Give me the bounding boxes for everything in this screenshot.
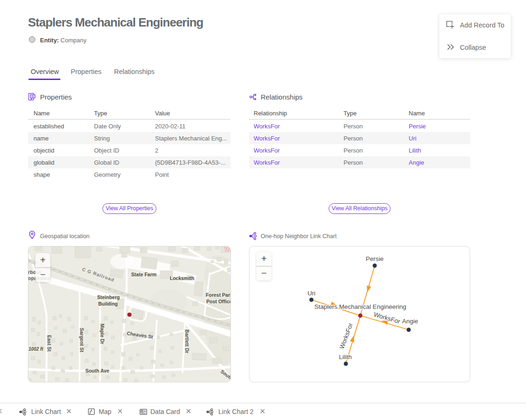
- svg-text:Forest Park: Forest Park: [206, 292, 230, 298]
- svg-text:Locksmith: Locksmith: [170, 275, 195, 281]
- svg-text:Bartlett Dr: Bartlett Dr: [184, 329, 190, 353]
- svg-text:1002 ft: 1002 ft: [28, 347, 43, 352]
- svg-text:Lilith: Lilith: [339, 353, 352, 360]
- svg-text:Post Office: Post Office: [206, 299, 230, 304]
- svg-text:Persie: Persie: [366, 255, 384, 262]
- svg-text:Uri: Uri: [307, 290, 315, 297]
- svg-text:Angie: Angie: [402, 318, 418, 325]
- svg-text:State Farm: State Farm: [131, 272, 156, 277]
- svg-text:Maple Dr: Maple Dr: [100, 324, 105, 344]
- svg-text:South Ave: South Ave: [85, 368, 109, 373]
- svg-text:Sargent St: Sargent St: [79, 328, 85, 353]
- svg-text:Staplers Mechanical Engineerin: Staplers Mechanical Engineering: [314, 303, 406, 310]
- svg-text:Steinberg: Steinberg: [97, 294, 120, 300]
- svg-text:East St: East St: [47, 335, 52, 352]
- svg-text:Building: Building: [98, 301, 118, 307]
- svg-text:WorksFor: WorksFor: [338, 322, 354, 350]
